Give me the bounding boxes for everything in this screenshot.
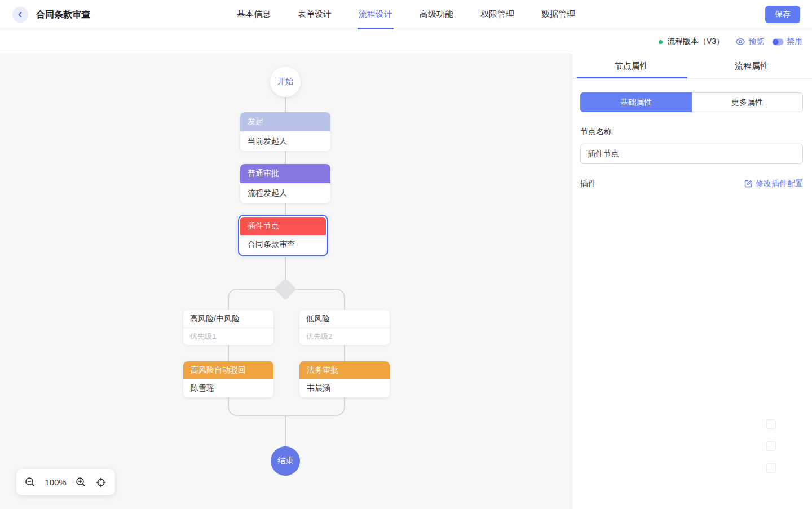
edit-plugin-config-label: 修改插件配置 [756,179,803,189]
back-button[interactable] [12,7,28,23]
preview-button[interactable]: 预览 [735,37,764,47]
zoom-level: 100% [45,477,66,487]
panel-placeholder-square [766,441,776,451]
condition-high-risk-title: 高风险/中风险 [183,310,273,328]
node-legal-approval[interactable]: 法务审批 韦晨涵 [299,361,390,397]
connector-line [285,151,286,165]
node-approval[interactable]: 普通审批 流程发起人 [240,164,330,203]
flow-canvas[interactable]: 开始 发起 当前发起人 普通审批 流程发起人 插件节点 合同条款审查 高风险/中… [0,54,571,509]
nav-item-form-design[interactable]: 表单设计 [298,0,332,29]
condition-high-risk[interactable]: 高风险/中风险 优先级1 [183,310,273,345]
node-auto-reject-body: 陈雪瑶 [183,379,273,397]
plugin-row: 插件 修改插件配置 [580,179,803,189]
version-status: 流程版本（V3） [659,37,724,47]
start-node-label: 开始 [277,77,293,87]
node-initiate-header: 发起 [240,112,330,131]
toggle-icon [772,38,784,46]
node-auto-reject[interactable]: 高风险自动驳回 陈雪瑶 [183,361,273,397]
disable-toggle[interactable]: 禁用 [772,37,802,47]
panel-placeholder-square [766,463,776,473]
property-segmented-control: 基础属性 更多属性 [580,92,803,112]
node-name-input[interactable] [580,144,803,164]
app-window: 合同条款审查 基本信息 表单设计 流程设计 高级功能 权限管理 数据管理 保存 … [0,0,812,509]
chevron-left-icon [17,11,24,18]
condition-low-risk-priority: 优先级2 [299,328,390,345]
node-name-label: 节点名称 [580,127,803,137]
top-header: 合同条款审查 基本信息 表单设计 流程设计 高级功能 权限管理 数据管理 保存 [0,0,812,29]
fit-view-button[interactable] [95,477,107,488]
subtab-more-properties[interactable]: 更多属性 [692,92,803,112]
version-label: 流程版本（V3） [667,37,724,47]
node-initiate[interactable]: 发起 当前发起人 [240,112,330,151]
preview-label: 预览 [748,37,764,47]
node-plugin-header: 插件节点 [240,217,326,235]
subtab-basic-properties[interactable]: 基础属性 [580,92,692,112]
eye-icon [735,38,745,46]
disable-label: 禁用 [787,37,802,47]
nav-item-basic-info[interactable]: 基本信息 [237,0,271,29]
panel-placeholder-square [766,419,776,429]
tab-process-properties[interactable]: 流程属性 [692,54,812,78]
connector-line [285,203,286,215]
zoom-out-button[interactable] [25,477,36,488]
end-node[interactable]: 结束 [271,446,300,476]
nav-item-advanced[interactable]: 高级功能 [420,0,453,29]
start-node[interactable]: 开始 [270,67,301,97]
main-nav: 基本信息 表单设计 流程设计 高级功能 权限管理 数据管理 [237,0,575,29]
page-title: 合同条款审查 [36,9,90,21]
zoom-in-button[interactable] [76,477,86,488]
nav-item-process-design[interactable]: 流程设计 [359,0,392,29]
header-left: 合同条款审查 [12,0,90,29]
panel-body: 基础属性 更多属性 节点名称 插件 修改插件配置 [571,79,812,189]
condition-low-risk[interactable]: 低风险 优先级2 [299,310,390,345]
zoom-control: 100% [16,469,115,495]
edit-icon [744,179,753,188]
save-button[interactable]: 保存 [765,6,800,23]
nav-item-data-mgmt[interactable]: 数据管理 [541,0,575,29]
plugin-label: 插件 [580,179,596,189]
node-initiate-body: 当前发起人 [240,131,330,151]
tab-node-properties[interactable]: 节点属性 [571,54,692,78]
nav-item-permissions[interactable]: 权限管理 [480,0,514,29]
version-toolbar: 流程版本（V3） 预览 禁用 [0,29,812,54]
zoom-out-icon [25,477,36,488]
node-plugin-body: 合同条款审查 [240,235,326,254]
properties-panel: 节点属性 流程属性 基础属性 更多属性 节点名称 插件 修改插件配置 [571,54,812,509]
node-approval-body: 流程发起人 [240,183,330,203]
zoom-in-icon [76,477,86,488]
crosshair-icon [95,477,107,488]
condition-high-risk-priority: 优先级1 [183,328,273,345]
node-plugin-selected[interactable]: 插件节点 合同条款审查 [238,215,328,256]
end-node-label: 结束 [277,456,293,466]
node-auto-reject-header: 高风险自动驳回 [183,361,273,379]
main-area: 开始 发起 当前发起人 普通审批 流程发起人 插件节点 合同条款审查 高风险/中… [0,54,812,509]
connector-line [285,415,286,447]
edit-plugin-config-link[interactable]: 修改插件配置 [744,179,803,189]
node-legal-approval-header: 法务审批 [299,361,390,379]
condition-low-risk-title: 低风险 [299,310,390,328]
panel-tabs: 节点属性 流程属性 [571,54,812,79]
status-dot-icon [659,40,663,44]
node-legal-approval-body: 韦晨涵 [299,379,390,397]
node-approval-header: 普通审批 [240,164,330,183]
connector-line [285,97,286,113]
